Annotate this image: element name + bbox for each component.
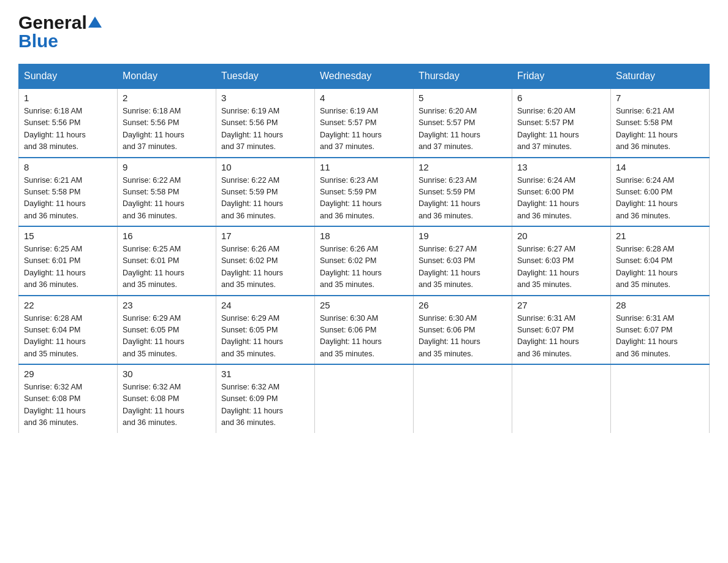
calendar-week-2: 8 Sunrise: 6:21 AM Sunset: 5:58 PM Dayli… [19, 158, 710, 227]
day-info: Sunrise: 6:27 AM Sunset: 6:03 PM Dayligh… [419, 243, 507, 291]
calendar-week-1: 1 Sunrise: 6:18 AM Sunset: 5:56 PM Dayli… [19, 88, 710, 158]
day-number: 30 [123, 369, 211, 379]
logo: General Blue [18, 12, 102, 52]
day-number: 31 [221, 369, 309, 379]
calendar-cell: 27 Sunrise: 6:31 AM Sunset: 6:07 PM Dayl… [512, 296, 611, 365]
calendar-cell: 10 Sunrise: 6:22 AM Sunset: 5:59 PM Dayl… [216, 158, 315, 227]
day-number: 23 [123, 300, 211, 310]
calendar-cell: 7 Sunrise: 6:21 AM Sunset: 5:58 PM Dayli… [611, 88, 710, 158]
day-info: Sunrise: 6:29 AM Sunset: 6:05 PM Dayligh… [221, 313, 309, 361]
logo-general-text: General [18, 12, 87, 33]
header-sunday: Sunday [19, 64, 118, 89]
day-number: 24 [221, 300, 309, 310]
day-info: Sunrise: 6:18 AM Sunset: 5:56 PM Dayligh… [123, 105, 211, 153]
day-number: 12 [419, 162, 507, 172]
day-number: 29 [24, 369, 112, 379]
calendar-week-4: 22 Sunrise: 6:28 AM Sunset: 6:04 PM Dayl… [19, 296, 710, 365]
day-info: Sunrise: 6:24 AM Sunset: 6:00 PM Dayligh… [517, 175, 605, 223]
day-info: Sunrise: 6:19 AM Sunset: 5:56 PM Dayligh… [221, 105, 309, 153]
calendar-cell [512, 364, 611, 433]
day-number: 26 [419, 300, 507, 310]
calendar-cell: 15 Sunrise: 6:25 AM Sunset: 6:01 PM Dayl… [19, 226, 118, 296]
calendar-cell: 14 Sunrise: 6:24 AM Sunset: 6:00 PM Dayl… [611, 158, 710, 227]
day-number: 3 [221, 93, 309, 103]
calendar-cell: 25 Sunrise: 6:30 AM Sunset: 6:06 PM Dayl… [315, 296, 414, 365]
page-header: General Blue [18, 12, 710, 52]
day-info: Sunrise: 6:29 AM Sunset: 6:05 PM Dayligh… [123, 313, 211, 361]
calendar-cell: 5 Sunrise: 6:20 AM Sunset: 5:57 PM Dayli… [414, 88, 512, 158]
day-info: Sunrise: 6:23 AM Sunset: 5:59 PM Dayligh… [320, 175, 408, 223]
calendar-week-5: 29 Sunrise: 6:32 AM Sunset: 6:08 PM Dayl… [19, 364, 710, 433]
calendar-table: Sunday Monday Tuesday Wednesday Thursday… [18, 64, 710, 433]
day-info: Sunrise: 6:30 AM Sunset: 6:06 PM Dayligh… [419, 313, 507, 361]
day-info: Sunrise: 6:32 AM Sunset: 6:09 PM Dayligh… [221, 381, 309, 429]
header-thursday: Thursday [414, 64, 512, 89]
calendar-cell: 6 Sunrise: 6:20 AM Sunset: 5:57 PM Dayli… [512, 88, 611, 158]
calendar-cell [414, 364, 512, 433]
day-info: Sunrise: 6:30 AM Sunset: 6:06 PM Dayligh… [320, 313, 408, 361]
calendar-cell: 21 Sunrise: 6:28 AM Sunset: 6:04 PM Dayl… [611, 226, 710, 296]
header-tuesday: Tuesday [216, 64, 315, 89]
calendar-cell: 16 Sunrise: 6:25 AM Sunset: 6:01 PM Dayl… [118, 226, 216, 296]
calendar-cell: 22 Sunrise: 6:28 AM Sunset: 6:04 PM Dayl… [19, 296, 118, 365]
day-info: Sunrise: 6:25 AM Sunset: 6:01 PM Dayligh… [24, 243, 112, 291]
calendar-cell: 20 Sunrise: 6:27 AM Sunset: 6:03 PM Dayl… [512, 226, 611, 296]
day-info: Sunrise: 6:20 AM Sunset: 5:57 PM Dayligh… [517, 105, 605, 153]
calendar-cell: 12 Sunrise: 6:23 AM Sunset: 5:59 PM Dayl… [414, 158, 512, 227]
day-number: 20 [517, 231, 605, 241]
day-number: 1 [24, 93, 112, 103]
calendar-cell: 24 Sunrise: 6:29 AM Sunset: 6:05 PM Dayl… [216, 296, 315, 365]
day-number: 10 [221, 162, 309, 172]
day-number: 25 [320, 300, 408, 310]
calendar-week-3: 15 Sunrise: 6:25 AM Sunset: 6:01 PM Dayl… [19, 226, 710, 296]
day-info: Sunrise: 6:25 AM Sunset: 6:01 PM Dayligh… [123, 243, 211, 291]
calendar-cell: 31 Sunrise: 6:32 AM Sunset: 6:09 PM Dayl… [216, 364, 315, 433]
header-wednesday: Wednesday [315, 64, 414, 89]
calendar-cell: 3 Sunrise: 6:19 AM Sunset: 5:56 PM Dayli… [216, 88, 315, 158]
day-info: Sunrise: 6:31 AM Sunset: 6:07 PM Dayligh… [517, 313, 605, 361]
day-number: 16 [123, 231, 211, 241]
day-number: 21 [616, 231, 704, 241]
day-info: Sunrise: 6:26 AM Sunset: 6:02 PM Dayligh… [221, 243, 309, 291]
header-monday: Monday [118, 64, 216, 89]
day-info: Sunrise: 6:21 AM Sunset: 5:58 PM Dayligh… [616, 105, 704, 153]
calendar-cell: 11 Sunrise: 6:23 AM Sunset: 5:59 PM Dayl… [315, 158, 414, 227]
calendar-cell: 4 Sunrise: 6:19 AM Sunset: 5:57 PM Dayli… [315, 88, 414, 158]
day-number: 14 [616, 162, 704, 172]
day-number: 9 [123, 162, 211, 172]
logo-triangle-icon [88, 15, 102, 29]
calendar-cell: 19 Sunrise: 6:27 AM Sunset: 6:03 PM Dayl… [414, 226, 512, 296]
day-number: 19 [419, 231, 507, 241]
day-number: 11 [320, 162, 408, 172]
day-number: 15 [24, 231, 112, 241]
calendar-cell: 17 Sunrise: 6:26 AM Sunset: 6:02 PM Dayl… [216, 226, 315, 296]
header-friday: Friday [512, 64, 611, 89]
calendar-cell: 2 Sunrise: 6:18 AM Sunset: 5:56 PM Dayli… [118, 88, 216, 158]
day-info: Sunrise: 6:27 AM Sunset: 6:03 PM Dayligh… [517, 243, 605, 291]
day-info: Sunrise: 6:19 AM Sunset: 5:57 PM Dayligh… [320, 105, 408, 153]
day-number: 7 [616, 93, 704, 103]
day-number: 28 [616, 300, 704, 310]
day-info: Sunrise: 6:28 AM Sunset: 6:04 PM Dayligh… [24, 313, 112, 361]
day-number: 6 [517, 93, 605, 103]
day-info: Sunrise: 6:28 AM Sunset: 6:04 PM Dayligh… [616, 243, 704, 291]
calendar-cell: 8 Sunrise: 6:21 AM Sunset: 5:58 PM Dayli… [19, 158, 118, 227]
day-number: 13 [517, 162, 605, 172]
day-info: Sunrise: 6:21 AM Sunset: 5:58 PM Dayligh… [24, 175, 112, 223]
calendar-cell: 18 Sunrise: 6:26 AM Sunset: 6:02 PM Dayl… [315, 226, 414, 296]
logo-blue-text: Blue [18, 31, 58, 52]
day-info: Sunrise: 6:32 AM Sunset: 6:08 PM Dayligh… [123, 381, 211, 429]
day-info: Sunrise: 6:22 AM Sunset: 5:59 PM Dayligh… [221, 175, 309, 223]
calendar-cell [611, 364, 710, 433]
calendar-cell: 1 Sunrise: 6:18 AM Sunset: 5:56 PM Dayli… [19, 88, 118, 158]
day-number: 4 [320, 93, 408, 103]
day-info: Sunrise: 6:22 AM Sunset: 5:58 PM Dayligh… [123, 175, 211, 223]
calendar-cell: 28 Sunrise: 6:31 AM Sunset: 6:07 PM Dayl… [611, 296, 710, 365]
calendar-cell [315, 364, 414, 433]
calendar-cell: 29 Sunrise: 6:32 AM Sunset: 6:08 PM Dayl… [19, 364, 118, 433]
day-info: Sunrise: 6:23 AM Sunset: 5:59 PM Dayligh… [419, 175, 507, 223]
day-info: Sunrise: 6:24 AM Sunset: 6:00 PM Dayligh… [616, 175, 704, 223]
calendar-cell: 26 Sunrise: 6:30 AM Sunset: 6:06 PM Dayl… [414, 296, 512, 365]
day-info: Sunrise: 6:32 AM Sunset: 6:08 PM Dayligh… [24, 381, 112, 429]
svg-marker-0 [88, 17, 102, 28]
